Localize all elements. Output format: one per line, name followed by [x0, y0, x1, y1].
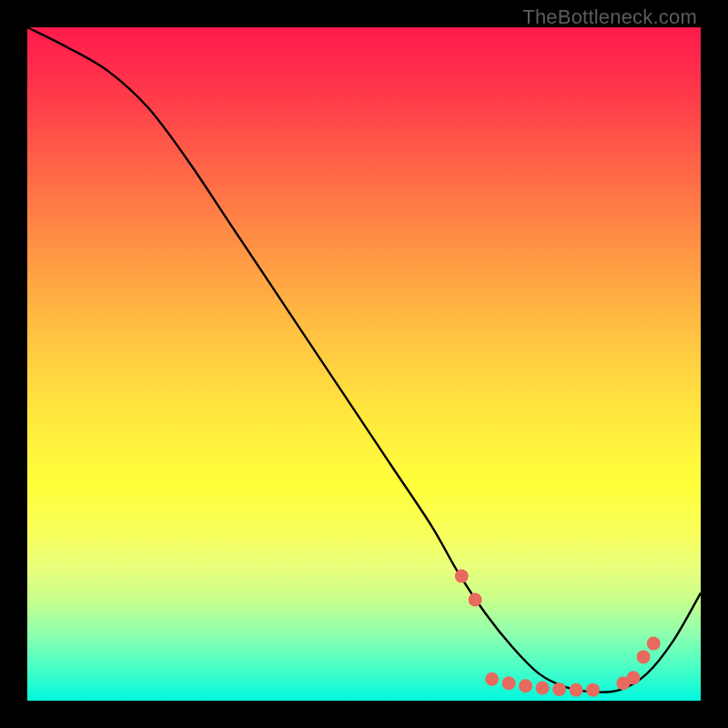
curve-marker — [485, 672, 499, 686]
chart-svg — [27, 27, 701, 701]
curve-marker — [502, 676, 516, 690]
plot-area — [27, 27, 701, 701]
curve-marker — [536, 681, 550, 694]
watermark-text: TheBottleneck.com — [522, 5, 697, 29]
curve-marker — [627, 671, 641, 684]
curve-marker — [637, 650, 651, 663]
bottleneck-curve — [27, 27, 701, 693]
curve-marker — [586, 683, 600, 697]
curve-markers — [455, 570, 661, 697]
curve-marker — [552, 682, 566, 696]
curve-marker — [570, 683, 583, 697]
curve-marker — [469, 593, 482, 607]
curve-marker — [455, 570, 469, 583]
curve-marker — [647, 637, 661, 651]
curve-marker — [519, 679, 532, 693]
chart-frame: TheBottleneck.com — [0, 0, 728, 728]
